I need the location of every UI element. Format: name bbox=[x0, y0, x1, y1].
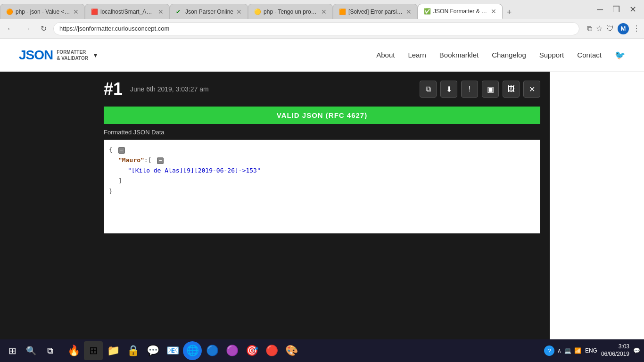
taskbar-app-12[interactable]: 🎨 bbox=[282, 341, 301, 360]
collapse-icon-2[interactable]: − bbox=[157, 157, 164, 164]
tab-2[interactable]: 🟥 localhost/Smart_Andr... ✕ bbox=[85, 4, 170, 19]
tab-4-title: php - Tengo un proble... bbox=[264, 8, 318, 15]
logo-json-text: JSON bbox=[19, 48, 53, 63]
screenshot-icon[interactable]: ⧉ bbox=[587, 25, 592, 33]
tab-5-favicon: 🟧 bbox=[339, 8, 346, 15]
tab-2-favicon: 🟥 bbox=[91, 8, 98, 15]
collapse-button[interactable]: ▣ bbox=[482, 81, 499, 98]
bookmark-icon[interactable]: ☆ bbox=[596, 24, 603, 33]
address-input[interactable] bbox=[53, 22, 579, 35]
wifi-icon[interactable]: 📶 bbox=[574, 347, 581, 354]
refresh-button[interactable]: ↻ bbox=[38, 22, 50, 35]
windows-icon: ⊞ bbox=[8, 345, 17, 356]
language-label: ENG bbox=[585, 347, 597, 354]
shield-icon[interactable]: 🛡 bbox=[606, 25, 614, 33]
logo-dropdown-icon[interactable]: ▾ bbox=[94, 51, 97, 59]
tab-3[interactable]: ✔ Json Parser Online ✕ bbox=[170, 4, 248, 19]
json-line-4: ] bbox=[109, 176, 535, 186]
back-button[interactable]: ← bbox=[4, 23, 17, 35]
tabs-container: 🟠 php - json - Value <br... ✕ 🟥 localhos… bbox=[0, 0, 589, 19]
monitor-icon[interactable]: 💻 bbox=[564, 347, 571, 354]
taskbar-app-7[interactable]: 🌐 bbox=[183, 341, 202, 360]
nav-support[interactable]: Support bbox=[539, 51, 564, 59]
taskbar-app-6[interactable]: 📧 bbox=[163, 341, 182, 360]
tab-6[interactable]: ✅ JSON Formatter & Vali... ✕ bbox=[418, 4, 503, 19]
browser-window: 🟠 php - json - Value <br... ✕ 🟥 localhos… bbox=[0, 0, 644, 39]
logo-subtitle: FORMATTER & VALIDATOR bbox=[57, 49, 88, 61]
address-bar: ← → ↻ ⧉ ☆ 🛡 M ⋮ bbox=[0, 19, 644, 39]
taskbar-app-1[interactable]: 🔥 bbox=[64, 341, 83, 360]
taskbar-time: 3:03 bbox=[601, 343, 629, 351]
valid-json-banner: VALID JSON (RFC 4627) bbox=[104, 107, 540, 124]
full-page: JSON FORMATTER & VALIDATOR ▾ About Learn… bbox=[0, 39, 644, 362]
tab-3-close[interactable]: ✕ bbox=[236, 8, 242, 16]
copy-button[interactable]: ⧉ bbox=[420, 81, 437, 98]
nav-contact[interactable]: Contact bbox=[577, 51, 602, 59]
logo-subtitle-line2: & VALIDATOR bbox=[57, 55, 88, 61]
nav-learn[interactable]: Learn bbox=[408, 51, 426, 59]
content-area: #1 June 6th 2019, 3:03:27 am ⧉ ⬇ ! ▣ 🖼 ✕… bbox=[0, 72, 644, 362]
nav-about[interactable]: About bbox=[376, 51, 395, 59]
tray-expand-icon[interactable]: ∧ bbox=[557, 347, 561, 354]
profile-icon[interactable]: M bbox=[618, 23, 629, 34]
taskbar-app-3[interactable]: 📁 bbox=[104, 341, 123, 360]
tab-1-title: php - json - Value <br... bbox=[16, 8, 70, 15]
tab-1-favicon: 🟠 bbox=[6, 8, 13, 15]
header-actions: ⧉ ⬇ ! ▣ 🖼 ✕ bbox=[420, 81, 540, 98]
json-line-2: "Mauro":[ − bbox=[109, 155, 535, 165]
taskbar-app-8[interactable]: 🔵 bbox=[203, 341, 222, 360]
collapse-icon-1[interactable]: − bbox=[118, 147, 125, 154]
tab-4-close[interactable]: ✕ bbox=[321, 8, 327, 16]
json-line-5: } bbox=[109, 186, 535, 197]
entry-header: #1 June 6th 2019, 3:03:27 am ⧉ ⬇ ! ▣ 🖼 ✕ bbox=[94, 72, 550, 107]
json-line-3: "[Kilo de Alas][9][2019-06-26]->153" bbox=[109, 165, 535, 176]
window-controls: ─ ❐ ✕ bbox=[589, 0, 644, 19]
taskbar-time-block: 3:03 06/06/2019 bbox=[601, 343, 629, 358]
twitter-icon[interactable]: 🐦 bbox=[615, 50, 625, 60]
task-view-icon: ⧉ bbox=[47, 346, 53, 356]
taskbar-app-4[interactable]: 🔒 bbox=[124, 341, 142, 360]
tab-4[interactable]: 🟡 php - Tengo un proble... ✕ bbox=[248, 4, 333, 19]
nav-bookmarklet[interactable]: Bookmarklet bbox=[439, 51, 479, 59]
tab-6-close[interactable]: ✕ bbox=[491, 8, 496, 15]
right-sidebar bbox=[550, 72, 644, 362]
start-button[interactable]: ⊞ bbox=[4, 342, 21, 359]
taskbar-app-10[interactable]: 🎯 bbox=[242, 341, 261, 360]
tab-2-close[interactable]: ✕ bbox=[158, 8, 164, 16]
left-sidebar bbox=[0, 72, 94, 362]
image-button[interactable]: 🖼 bbox=[503, 81, 520, 98]
search-button[interactable]: 🔍 bbox=[23, 342, 40, 359]
entry-date: June 6th 2019, 3:03:27 am bbox=[130, 85, 209, 93]
task-view-button[interactable]: ⧉ bbox=[41, 342, 58, 359]
logo-area: JSON FORMATTER & VALIDATOR ▾ bbox=[19, 48, 97, 63]
info-button[interactable]: ! bbox=[461, 81, 478, 98]
taskbar-app-11[interactable]: 🔴 bbox=[262, 341, 281, 360]
taskbar-app-5[interactable]: 💬 bbox=[143, 341, 162, 360]
taskbar-app-2[interactable]: ⊞ bbox=[84, 341, 103, 360]
taskbar-app-9[interactable]: 🟣 bbox=[223, 341, 241, 360]
notification-icon[interactable]: 💬 bbox=[633, 347, 640, 354]
download-button[interactable]: ⬇ bbox=[440, 81, 457, 98]
json-code-area[interactable]: { − "Mauro":[ − "[Kilo de Alas][9][2019-… bbox=[104, 140, 540, 234]
tab-1[interactable]: 🟠 php - json - Value <br... ✕ bbox=[0, 4, 85, 19]
help-icon[interactable]: ? bbox=[544, 346, 554, 356]
tab-bar: 🟠 php - json - Value <br... ✕ 🟥 localhos… bbox=[0, 0, 644, 19]
tab-5-close[interactable]: ✕ bbox=[406, 8, 412, 16]
new-tab-button[interactable]: + bbox=[503, 6, 516, 19]
entry-number: #1 bbox=[104, 79, 123, 99]
close-window-button[interactable]: ✕ bbox=[626, 3, 640, 16]
menu-button[interactable]: ⋮ bbox=[633, 24, 640, 33]
forward-button[interactable]: → bbox=[21, 23, 34, 35]
nav-changelog[interactable]: Changelog bbox=[492, 51, 526, 59]
close-entry-button[interactable]: ✕ bbox=[523, 81, 540, 98]
minimize-button[interactable]: ─ bbox=[593, 4, 607, 16]
tab-1-close[interactable]: ✕ bbox=[73, 8, 79, 16]
taskbar-apps: 🔥 ⊞ 📁 🔒 💬 📧 🌐 🔵 🟣 🎯 🔴 🎨 bbox=[64, 341, 301, 360]
json-section-label: Formatted JSON Data bbox=[94, 124, 550, 138]
tab-3-title: Json Parser Online bbox=[185, 8, 233, 15]
maximize-button[interactable]: ❐ bbox=[609, 3, 624, 16]
toolbar-icons: ⧉ ☆ 🛡 M ⋮ bbox=[587, 23, 640, 34]
search-icon: 🔍 bbox=[26, 346, 36, 356]
taskbar-date: 06/06/2019 bbox=[601, 351, 629, 358]
tab-5[interactable]: 🟧 [Solved] Error parsing c... ✕ bbox=[333, 4, 418, 19]
